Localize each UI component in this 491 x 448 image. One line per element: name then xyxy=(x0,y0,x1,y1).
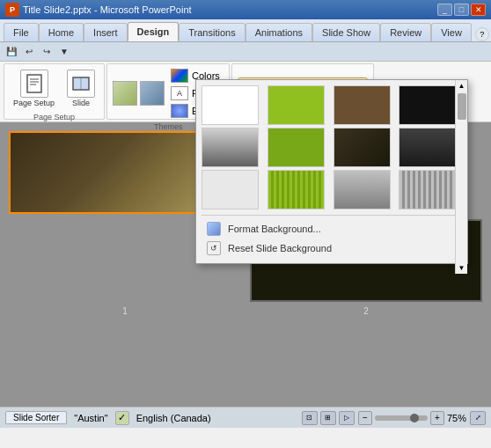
background-swatches-grid xyxy=(202,85,462,209)
effects-icon xyxy=(171,104,188,118)
slide-orientation-button[interactable]: Slide xyxy=(63,68,99,109)
fit-window-button[interactable]: ⤢ xyxy=(470,411,486,425)
format-bg-icon xyxy=(207,222,221,236)
page-setup-button[interactable]: Page Setup xyxy=(10,68,58,109)
bg-swatch-6[interactable] xyxy=(267,128,325,167)
slide-orientation-label: Slide xyxy=(72,99,90,107)
slide-orientation-icon xyxy=(67,70,95,98)
slide-sorter-view-button[interactable]: ⊞ xyxy=(320,411,336,425)
bg-swatch-5[interactable] xyxy=(202,128,259,167)
minimize-button[interactable]: _ xyxy=(437,4,452,16)
tab-view[interactable]: View xyxy=(431,23,472,41)
page-setup-label: Page Setup xyxy=(13,99,55,107)
status-right: ⊡ ⊞ ▷ − + 75% ⤢ xyxy=(302,411,486,425)
colors-icon xyxy=(171,69,188,83)
window-controls[interactable]: _ □ ✕ xyxy=(437,4,486,16)
scroll-thumb[interactable] xyxy=(458,93,466,120)
ribbon-group-page-setup: Page Setup Slide Page Setup xyxy=(4,63,105,120)
qat-more-button[interactable]: ▼ xyxy=(56,44,72,60)
scroll-down-button[interactable]: ▼ xyxy=(456,262,467,274)
format-background-item[interactable]: Format Background... xyxy=(202,219,462,239)
bg-swatch-2[interactable] xyxy=(267,85,325,125)
zoom-out-button[interactable]: − xyxy=(358,411,372,425)
slide-1-number: 1 xyxy=(122,306,128,316)
close-button[interactable]: ✕ xyxy=(471,4,486,16)
dropdown-separator xyxy=(202,215,462,216)
title-bar: P Title Slide2.pptx - Microsoft PowerPoi… xyxy=(0,0,491,19)
redo-button[interactable]: ↪ xyxy=(39,44,55,60)
tab-file[interactable]: File xyxy=(4,23,39,41)
tab-design[interactable]: Design xyxy=(128,22,180,41)
bg-swatch-11[interactable] xyxy=(333,170,391,209)
bg-swatch-7[interactable] xyxy=(333,128,391,167)
bg-swatch-12[interactable] xyxy=(399,170,456,209)
tab-bar: File Home Insert Design Transitions Anim… xyxy=(0,19,491,42)
app-icon: P xyxy=(5,3,19,17)
bg-swatch-10[interactable] xyxy=(267,170,325,209)
tab-review[interactable]: Review xyxy=(380,23,431,41)
tab-home[interactable]: Home xyxy=(39,23,84,41)
slide-2-number: 2 xyxy=(363,306,369,316)
page-setup-icon xyxy=(20,70,48,98)
page-setup-buttons: Page Setup Slide xyxy=(10,66,99,111)
spell-check-icon[interactable]: ✓ xyxy=(115,411,129,425)
reset-bg-icon: ↺ xyxy=(207,241,221,255)
background-styles-dropdown: ▲ ▼ Format Background... ↺ Reset Slide B… xyxy=(195,79,468,264)
bg-swatch-4[interactable] xyxy=(399,85,456,125)
tab-slideshow[interactable]: Slide Show xyxy=(312,23,380,41)
bg-swatch-1[interactable] xyxy=(202,85,259,125)
title-bar-left: P Title Slide2.pptx - Microsoft PowerPoi… xyxy=(5,3,192,17)
view-buttons: ⊡ ⊞ ▷ xyxy=(302,411,355,425)
save-qat-button[interactable]: 💾 xyxy=(4,44,19,60)
status-left: Slide Sorter "Austin" ✓ English (Canada) xyxy=(5,411,211,425)
normal-view-button[interactable]: ⊡ xyxy=(302,411,318,425)
page-setup-group-label: Page Setup xyxy=(33,111,75,121)
status-bar: Slide Sorter "Austin" ✓ English (Canada)… xyxy=(0,407,491,428)
help-button[interactable]: ? xyxy=(475,27,489,41)
reset-background-label: Reset Slide Background xyxy=(228,243,332,253)
window-title: Title Slide2.pptx - Microsoft PowerPoint xyxy=(23,4,192,15)
zoom-slider-thumb[interactable] xyxy=(410,414,419,422)
zoom-controls: − + 75% xyxy=(358,411,466,425)
quick-access-toolbar: 💾 ↩ ↪ ▼ xyxy=(0,42,491,62)
maximize-button[interactable]: □ xyxy=(454,4,469,16)
fonts-icon: A xyxy=(171,86,188,100)
language-label: English (Canada) xyxy=(136,413,211,423)
reset-slide-background-item[interactable]: ↺ Reset Slide Background xyxy=(202,239,462,258)
reading-view-button[interactable]: ▷ xyxy=(339,411,355,425)
bg-swatch-9[interactable] xyxy=(202,170,259,209)
slide-sorter-tab[interactable]: Slide Sorter xyxy=(5,411,67,424)
themes-swatch-2[interactable] xyxy=(140,81,165,106)
scroll-up-button[interactable]: ▲ xyxy=(456,80,467,92)
zoom-percentage: 75% xyxy=(447,413,466,423)
zoom-in-button[interactable]: + xyxy=(430,411,444,425)
undo-button[interactable]: ↩ xyxy=(21,44,37,60)
tab-transitions[interactable]: Transitions xyxy=(179,23,245,41)
themes-swatch-1[interactable] xyxy=(113,81,137,106)
bg-swatch-8[interactable] xyxy=(399,128,456,167)
format-background-label: Format Background... xyxy=(228,224,321,234)
theme-name: "Austin" xyxy=(74,413,107,423)
dropdown-scrollbar[interactable]: ▲ ▼ xyxy=(455,80,467,274)
tab-insert[interactable]: Insert xyxy=(84,23,128,41)
zoom-slider[interactable] xyxy=(375,415,428,421)
svg-rect-0 xyxy=(27,75,41,92)
tab-animations[interactable]: Animations xyxy=(246,23,312,41)
bg-swatch-3[interactable] xyxy=(333,85,391,125)
